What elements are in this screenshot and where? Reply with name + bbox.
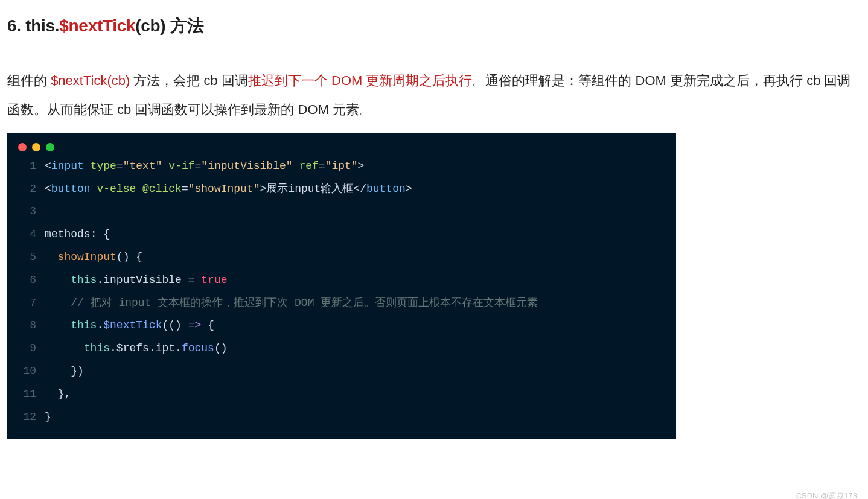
code-token: : {	[91, 228, 110, 240]
code-token: ipt	[156, 342, 175, 354]
code-token: true	[201, 274, 227, 286]
line-number: 3	[18, 200, 36, 223]
line-number: 4	[18, 223, 36, 246]
code-line: 10 })	[7, 360, 676, 383]
close-icon	[18, 143, 27, 151]
code-line: 8 this.$nextTick(() => {	[7, 314, 676, 337]
code-token: {	[201, 319, 214, 331]
heading-suffix: (cb) 方法	[135, 16, 203, 35]
code-token: // 把对 input 文本框的操作，推迟到下次 DOM 更新之后。否则页面上根…	[71, 297, 538, 309]
line-content: },	[45, 383, 71, 406]
code-token: v-if	[168, 160, 194, 172]
code-token: methods	[45, 228, 91, 240]
code-body: 1<input type="text" v-if="inputVisible" …	[7, 153, 676, 440]
code-line: 4methods: {	[7, 223, 676, 246]
code-token: (()	[162, 319, 188, 331]
line-content: this.$refs.ipt.focus()	[45, 337, 228, 360]
code-token: },	[58, 388, 71, 400]
line-content: this.$nextTick(() => {	[45, 314, 214, 337]
code-token	[45, 365, 71, 377]
code-token: "ipt"	[325, 160, 358, 172]
description-paragraph: 组件的 $nextTick(cb) 方法，会把 cb 回调推迟到下一个 DOM …	[7, 66, 861, 125]
code-line: 12}	[7, 406, 676, 429]
code-token: showInput	[58, 251, 116, 263]
code-line: 1<input type="text" v-if="inputVisible" …	[7, 155, 676, 178]
code-token: <	[45, 183, 51, 195]
line-content: })	[45, 360, 84, 383]
code-token: button	[366, 183, 406, 195]
line-content: this.inputVisible = true	[45, 269, 228, 292]
line-number: 6	[18, 269, 36, 292]
code-token: }	[45, 411, 51, 423]
code-line: 11 },	[7, 383, 676, 406]
code-token: >	[260, 183, 267, 195]
code-token	[91, 183, 97, 195]
maximize-icon	[46, 143, 54, 151]
code-line: 9 this.$refs.ipt.focus()	[7, 337, 676, 360]
code-token	[45, 388, 58, 400]
code-token: >	[358, 160, 365, 172]
line-content: }	[45, 406, 51, 429]
code-token	[293, 160, 299, 172]
line-number: 8	[18, 314, 36, 337]
code-token: >	[406, 183, 412, 195]
line-content: // 把对 input 文本框的操作，推迟到下次 DOM 更新之后。否则页面上根…	[45, 292, 538, 315]
code-token: 展示input输入框	[266, 183, 353, 195]
line-content: methods: {	[45, 223, 110, 246]
code-token: this	[84, 342, 110, 354]
heading-highlight: $nextTick	[59, 16, 135, 35]
code-line: 3	[7, 200, 676, 223]
para-seg-1: 组件的	[7, 73, 51, 88]
code-token	[45, 274, 71, 286]
code-token: type	[91, 160, 116, 172]
code-token: =	[182, 274, 201, 286]
code-token: =	[182, 183, 188, 195]
code-line: 7 // 把对 input 文本框的操作，推迟到下次 DOM 更新之后。否则页面…	[7, 292, 676, 315]
code-token: =	[195, 160, 202, 172]
code-token: focus	[182, 342, 214, 354]
code-token: =	[116, 160, 123, 172]
code-token: this	[71, 319, 97, 331]
heading-prefix: 6. this.	[7, 16, 59, 35]
code-token: .	[175, 342, 182, 354]
line-number: 7	[18, 292, 36, 315]
code-token: "inputVisible"	[201, 160, 292, 172]
code-token: </	[353, 183, 366, 195]
code-token: button	[51, 183, 91, 195]
code-token: this	[71, 274, 97, 286]
code-token	[45, 342, 84, 354]
line-number: 5	[18, 246, 36, 269]
code-token: })	[71, 365, 84, 377]
para-seg-4: 推迟到下一个 DOM 更新周期之后执行	[248, 73, 473, 88]
code-token: input	[51, 160, 84, 172]
code-token: "showInput"	[188, 183, 260, 195]
code-token: inputVisible	[103, 274, 182, 286]
code-token	[162, 160, 168, 172]
code-token: =>	[188, 319, 202, 331]
code-token: .	[97, 274, 103, 286]
code-token: @click	[142, 183, 182, 195]
code-token: .	[97, 319, 103, 331]
line-number: 2	[18, 178, 36, 201]
code-line: 6 this.inputVisible = true	[7, 269, 676, 292]
code-token	[45, 251, 58, 263]
code-token: $nextTick	[103, 319, 162, 331]
line-number: 10	[18, 360, 36, 383]
para-seg-2: $nextTick(cb)	[51, 73, 130, 88]
code-token: $refs	[116, 342, 149, 354]
section-heading: 6. this.$nextTick(cb) 方法	[7, 14, 861, 37]
code-token: <	[45, 160, 51, 172]
code-token: "text"	[123, 160, 162, 172]
para-seg-3: 方法，会把 cb 回调	[130, 73, 248, 88]
code-token	[136, 183, 142, 195]
line-content: showInput() {	[45, 246, 142, 269]
line-number: 9	[18, 337, 36, 360]
code-token: .	[110, 342, 116, 354]
code-token	[45, 297, 71, 309]
code-window: 1<input type="text" v-if="inputVisible" …	[7, 133, 676, 440]
line-content: <button v-else @click="showInput">展示inpu…	[45, 178, 412, 201]
code-token: ()	[214, 342, 228, 354]
code-token: ref	[299, 160, 318, 172]
line-number: 12	[18, 406, 36, 429]
line-content	[45, 200, 51, 223]
